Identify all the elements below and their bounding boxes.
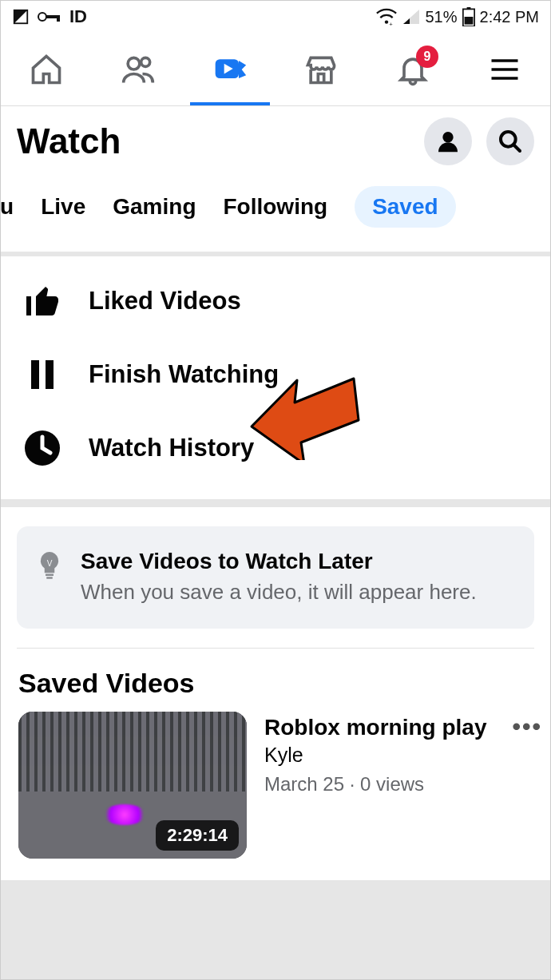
page-header: Watch <box>1 106 550 173</box>
bottom-spacer <box>1 880 550 979</box>
svg-line-17 <box>513 145 520 151</box>
nav-active-indicator <box>190 102 270 105</box>
nav-friends[interactable] <box>116 52 161 87</box>
watch-history-row[interactable]: Watch History <box>1 411 550 485</box>
svg-point-9 <box>128 58 140 69</box>
svg-point-10 <box>141 58 150 66</box>
svg-rect-7 <box>466 7 470 9</box>
watch-icon <box>212 52 248 87</box>
saved-videos-heading: Saved Videos <box>1 668 550 712</box>
tab-following[interactable]: Following <box>223 194 327 220</box>
divider <box>17 648 534 649</box>
video-thumbnail[interactable]: 2:29:14 <box>18 712 247 859</box>
battery-icon <box>462 7 475 26</box>
lightbulb-icon: V <box>38 552 61 584</box>
empty-state-card: V Save Videos to Watch Later When you sa… <box>17 526 534 629</box>
liked-videos-label: Liked Videos <box>89 287 241 315</box>
finish-watching-row[interactable]: Finish Watching <box>1 338 550 411</box>
tab-saved[interactable]: Saved <box>355 186 456 228</box>
nav-home[interactable] <box>24 52 69 87</box>
video-author: Kyle <box>264 744 494 767</box>
id-icon: ID <box>69 6 87 27</box>
notification-badge: 9 <box>416 46 438 68</box>
tab-gaming[interactable]: Gaming <box>113 194 196 220</box>
search-button[interactable] <box>486 117 534 165</box>
status-bar: ID + 51% 2:42 PM <box>1 1 550 33</box>
clock-text: 2:42 PM <box>480 8 539 26</box>
signal-icon <box>402 9 420 25</box>
empty-state-subtitle: When you save a video, it will appear he… <box>81 577 477 606</box>
key-icon <box>38 8 61 26</box>
pause-icon <box>23 355 61 394</box>
svg-point-4 <box>385 20 388 23</box>
vpn-icon <box>12 8 30 26</box>
tab-live[interactable]: Live <box>41 194 85 220</box>
svg-rect-22 <box>46 577 53 579</box>
profile-button[interactable] <box>424 117 472 165</box>
nav-bar: 9 <box>1 33 550 106</box>
nav-marketplace[interactable] <box>299 52 343 87</box>
tab-for-you[interactable]: ou <box>0 194 14 220</box>
video-more-button[interactable]: ••• <box>512 712 542 859</box>
video-title: Roblox morning play <box>264 715 494 740</box>
saved-menu: Liked Videos Finish Watching Watch Histo… <box>1 256 550 507</box>
menu-icon <box>487 52 522 87</box>
page-title: Watch <box>17 121 410 161</box>
person-icon <box>435 129 461 154</box>
friends-icon <box>121 52 156 87</box>
watch-tabs: ou Live Gaming Following Saved <box>0 173 550 256</box>
svg-point-15 <box>442 132 453 142</box>
svg-rect-8 <box>464 17 473 25</box>
video-subtext: March 25 · 0 views <box>264 773 494 796</box>
marketplace-icon <box>303 52 339 87</box>
nav-menu[interactable] <box>482 52 527 87</box>
svg-rect-21 <box>46 574 54 577</box>
saved-video-item[interactable]: 2:29:14 Roblox morning play Kyle March 2… <box>1 712 550 859</box>
home-icon <box>29 52 64 87</box>
thumb-up-icon <box>23 282 61 320</box>
empty-state-title: Save Videos to Watch Later <box>81 549 477 574</box>
svg-rect-3 <box>57 15 60 22</box>
clock-icon <box>23 429 61 467</box>
finish-watching-label: Finish Watching <box>89 360 279 389</box>
battery-pct: 51% <box>425 8 457 26</box>
empty-state-text: Save Videos to Watch Later When you save… <box>81 549 477 606</box>
svg-rect-19 <box>46 360 54 389</box>
nav-watch[interactable] <box>208 52 252 87</box>
svg-text:V: V <box>47 559 53 568</box>
watch-history-label: Watch History <box>89 434 254 462</box>
status-left: ID <box>12 6 87 27</box>
nav-notifications[interactable]: 9 <box>390 52 435 87</box>
svg-rect-18 <box>31 360 39 389</box>
svg-text:+: + <box>390 21 394 26</box>
wifi-icon: + <box>375 8 398 26</box>
svg-point-1 <box>38 13 46 21</box>
search-icon <box>497 129 523 154</box>
video-duration: 2:29:14 <box>156 820 239 851</box>
status-right: + 51% 2:42 PM <box>375 7 539 26</box>
liked-videos-row[interactable]: Liked Videos <box>1 264 550 338</box>
video-meta: Roblox morning play Kyle March 25 · 0 vi… <box>264 712 494 859</box>
